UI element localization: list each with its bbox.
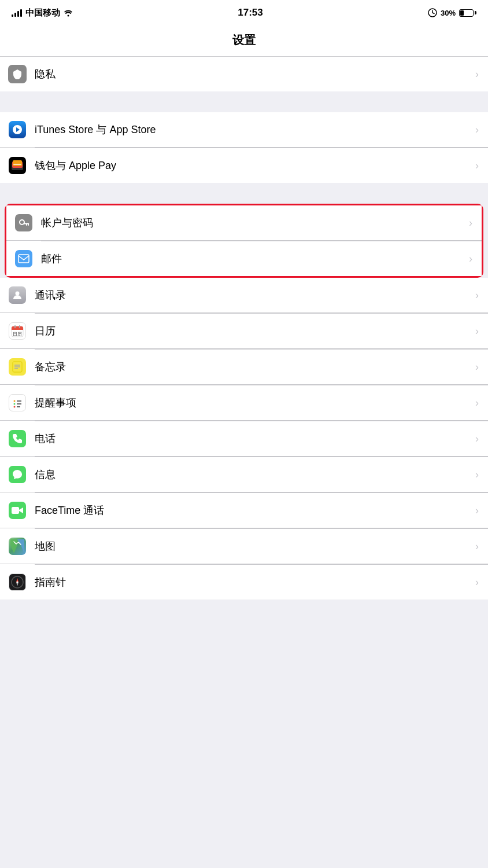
accounts-icon [15,214,32,231]
wallet-cards-svg [11,160,24,171]
settings-group-store: iTunes Store 与 App Store › 钱包与 Apple Pay… [0,112,488,183]
battery-indicator [459,9,476,17]
messages-chevron: › [475,469,479,481]
contacts-label: 通讯录 [35,281,471,309]
signal-bars [12,9,22,17]
facetime-chevron: › [475,505,479,517]
phone-icon [9,430,26,447]
settings-item-calendar[interactable]: 日历 日历 › [0,314,488,349]
reminders-chevron: › [475,397,479,409]
phone-chevron: › [475,433,479,445]
calendar-chevron: › [475,325,479,337]
privacy-chevron: › [475,68,479,80]
status-bar: 中国移动 17:53 30% [0,0,488,25]
compass-icon-wrapper [0,565,35,599]
messages-icon-wrapper [0,457,35,492]
notes-chevron: › [475,361,479,373]
maps-icon [9,538,26,555]
settings-group-apps: 通讯录 › 日历 日历 › [0,278,488,599]
svg-rect-4 [13,164,21,165]
wallet-chevron: › [475,160,479,172]
facetime-icon [9,502,26,519]
mail-icon [15,250,32,267]
calendar-icon-wrapper: 日历 [0,314,35,348]
settings-item-reminders[interactable]: 提醒事项 › [0,385,488,421]
itunes-icon-wrapper [0,112,35,147]
wallet-label: 钱包与 Apple Pay [35,152,471,179]
accounts-icon-wrapper [6,205,41,240]
settings-group-privacy: 隐私 › [0,57,488,91]
svg-point-22 [14,400,16,402]
svg-point-23 [14,403,16,405]
notes-icon-wrapper [0,350,35,384]
wifi-icon [64,9,73,17]
highlight-group: 帐户与密码 › 邮件 › [5,204,483,278]
settings-item-contacts[interactable]: 通讯录 › [0,278,488,313]
compass-label: 指南针 [35,568,471,596]
svg-rect-28 [12,507,19,514]
wallet-icon-wrapper [0,148,35,183]
carrier-label: 中国移动 [25,8,60,19]
settings-item-itunes[interactable]: iTunes Store 与 App Store › [0,112,488,148]
svg-point-24 [14,406,16,408]
svg-text:日历: 日历 [13,332,22,337]
compass-svg [11,576,24,589]
settings-item-notes[interactable]: 备忘录 › [0,350,488,385]
settings-item-facetime[interactable]: FaceTime 通话 › [0,493,488,528]
notes-icon [9,358,26,376]
reminders-svg [12,397,23,409]
notes-svg [12,361,23,373]
settings-item-accounts[interactable]: 帐户与密码 › [6,205,482,241]
phone-icon-wrapper [0,421,35,456]
contacts-icon-wrapper [0,278,35,312]
wallet-icon [9,157,26,174]
settings-item-messages[interactable]: 信息 › [0,457,488,492]
settings-item-wallet[interactable]: 钱包与 Apple Pay › [0,148,488,183]
facetime-icon-wrapper [0,493,35,528]
svg-rect-15 [14,325,16,328]
settings-item-compass[interactable]: 指南针 › [0,565,488,599]
accounts-chevron: › [469,217,472,229]
svg-rect-3 [13,160,22,166]
settings-item-phone[interactable]: 电话 › [0,421,488,457]
calendar-svg: 日历 [11,325,24,337]
contacts-chevron: › [475,289,479,301]
svg-rect-13 [12,329,23,330]
mail-label: 邮件 [41,245,464,273]
status-right: 30% [428,8,476,17]
status-left: 中国移动 [12,8,73,19]
maps-chevron: › [475,540,479,553]
settings-item-privacy[interactable]: 隐私 › [0,57,488,91]
privacy-icon [8,65,27,83]
compass-chevron: › [475,576,479,589]
mail-chevron: › [469,253,472,265]
mail-icon-wrapper [6,241,41,276]
contacts-icon [9,286,26,304]
maps-icon-wrapper [0,529,35,564]
maps-label: 地图 [35,532,471,560]
svg-point-10 [16,292,20,296]
svg-rect-16 [19,325,20,328]
messages-label: 信息 [35,461,471,488]
reminders-label: 提醒事项 [35,389,471,417]
privacy-label: 隐私 [35,60,471,88]
settings-item-mail[interactable]: 邮件 › [6,241,482,276]
calendar-label: 日历 [35,317,471,345]
lock-rotation-icon [428,8,437,17]
section-divider-1 [0,91,488,112]
phone-label: 电话 [35,425,471,453]
svg-point-33 [17,582,19,583]
settings-item-maps[interactable]: 地图 › [0,529,488,564]
battery-percent-label: 30% [441,9,456,17]
reminders-icon [9,394,26,411]
itunes-chevron: › [475,124,479,136]
privacy-icon-wrapper [0,57,35,91]
reminders-icon-wrapper [0,385,35,420]
messages-icon [9,466,26,483]
calendar-icon: 日历 [9,322,26,340]
svg-rect-9 [19,255,29,263]
page-title: 设置 [0,25,488,57]
compass-icon [9,573,26,591]
status-time: 17:53 [238,7,263,19]
accounts-label: 帐户与密码 [41,209,464,237]
